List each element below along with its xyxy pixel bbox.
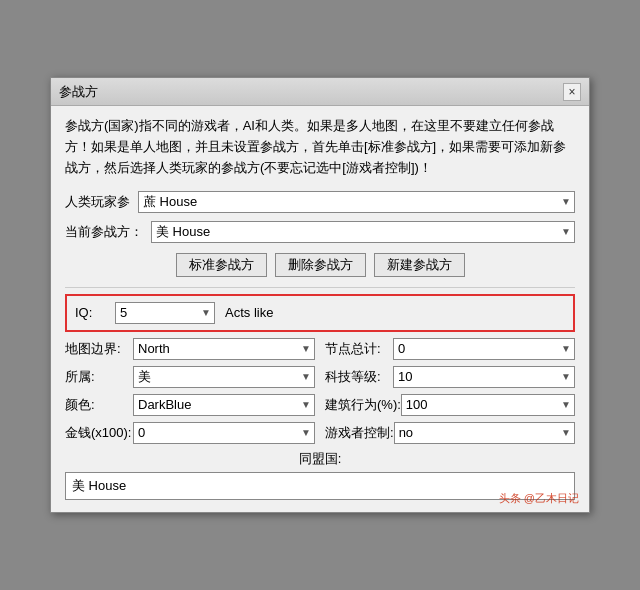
money-label: 金钱(x100): xyxy=(65,424,133,442)
current-side-select[interactable]: 美 House xyxy=(151,221,575,243)
player-ctrl-label: 游戏者控制: xyxy=(325,424,394,442)
close-button[interactable]: × xyxy=(563,83,581,101)
map-border-select-wrapper: North ▼ xyxy=(133,338,315,360)
watermark: 头条 @乙木日记 xyxy=(499,491,579,506)
map-border-row: 地图边界: North ▼ xyxy=(65,338,315,360)
window-title: 参战方 xyxy=(59,83,98,101)
iq-select[interactable]: 5 xyxy=(115,302,215,324)
nodes-row: 节点总计: 0 ▼ xyxy=(325,338,575,360)
standard-button[interactable]: 标准参战方 xyxy=(176,253,267,277)
money-select[interactable]: 0 xyxy=(133,422,315,444)
human-player-select[interactable]: 蔗 House xyxy=(138,191,575,213)
nodes-label: 节点总计: xyxy=(325,340,393,358)
tech-label: 科技等级: xyxy=(325,368,393,386)
human-player-select-wrapper: 蔗 House ▼ xyxy=(138,191,575,213)
main-window: 参战方 × 参战方(国家)指不同的游戏者，AI和人类。如果是多人地图，在这里不要… xyxy=(50,77,590,512)
money-select-wrapper: 0 ▼ xyxy=(133,422,315,444)
fields-grid: 地图边界: North ▼ 节点总计: 0 ▼ xyxy=(65,338,575,444)
affiliation-select-wrapper: 美 ▼ xyxy=(133,366,315,388)
player-ctrl-row: 游戏者控制: no ▼ xyxy=(325,422,575,444)
acts-like-label: Acts like xyxy=(225,305,273,320)
description-text: 参战方(国家)指不同的游戏者，AI和人类。如果是多人地图，在这里不要建立任何参战… xyxy=(65,116,575,178)
tech-row: 科技等级: 10 ▼ xyxy=(325,366,575,388)
iq-label: IQ: xyxy=(75,305,105,320)
map-border-label: 地图边界: xyxy=(65,340,133,358)
color-select-wrapper: DarkBlue ▼ xyxy=(133,394,315,416)
money-row: 金钱(x100): 0 ▼ xyxy=(65,422,315,444)
iq-select-wrapper: 5 ▼ xyxy=(115,302,215,324)
affiliation-row: 所属: 美 ▼ xyxy=(65,366,315,388)
build-select-wrapper: 100 ▼ xyxy=(401,394,575,416)
current-side-select-wrapper: 美 House ▼ xyxy=(151,221,575,243)
map-border-select[interactable]: North xyxy=(133,338,315,360)
divider xyxy=(65,287,575,288)
new-button[interactable]: 新建参战方 xyxy=(374,253,465,277)
current-side-label: 当前参战方： xyxy=(65,223,151,241)
action-buttons-row: 标准参战方 删除参战方 新建参战方 xyxy=(65,253,575,277)
allies-label: 同盟国: xyxy=(65,450,575,468)
human-player-row: 人类玩家参 蔗 House ▼ xyxy=(65,191,575,213)
iq-section: IQ: 5 ▼ Acts like xyxy=(65,294,575,332)
player-ctrl-select[interactable]: no xyxy=(394,422,575,444)
tech-select[interactable]: 10 xyxy=(393,366,575,388)
delete-button[interactable]: 删除参战方 xyxy=(275,253,366,277)
affiliation-select[interactable]: 美 xyxy=(133,366,315,388)
title-bar: 参战方 × xyxy=(51,78,589,106)
affiliation-label: 所属: xyxy=(65,368,133,386)
human-player-label: 人类玩家参 xyxy=(65,193,138,211)
build-label: 建筑行为(%): xyxy=(325,396,401,414)
tech-select-wrapper: 10 ▼ xyxy=(393,366,575,388)
build-select[interactable]: 100 xyxy=(401,394,575,416)
nodes-select-wrapper: 0 ▼ xyxy=(393,338,575,360)
player-ctrl-select-wrapper: no ▼ xyxy=(394,422,575,444)
nodes-select[interactable]: 0 xyxy=(393,338,575,360)
color-label: 颜色: xyxy=(65,396,133,414)
color-select[interactable]: DarkBlue xyxy=(133,394,315,416)
build-row: 建筑行为(%): 100 ▼ xyxy=(325,394,575,416)
color-row: 颜色: DarkBlue ▼ xyxy=(65,394,315,416)
current-side-row: 当前参战方： 美 House ▼ xyxy=(65,221,575,243)
